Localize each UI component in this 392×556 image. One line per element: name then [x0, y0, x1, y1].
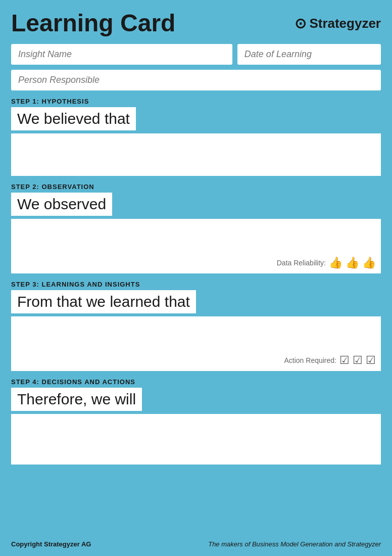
- logo-text: Strategyzer: [309, 16, 381, 31]
- logo: ⊙ Strategyzer: [295, 15, 381, 32]
- reliability-label: Data Reliability:: [277, 259, 326, 267]
- logo-icon: ⊙: [295, 15, 306, 32]
- thumb2-icon[interactable]: 👍: [346, 256, 359, 269]
- step2-label: STEP 2: OBSERVATION: [11, 183, 381, 191]
- page: Learning Card ⊙ Strategyzer STEP 1: HYPO…: [0, 0, 392, 556]
- step2-heading: We observed: [11, 193, 112, 216]
- step1-heading: We believed that: [11, 107, 136, 130]
- step4-heading: Therefore, we will: [11, 388, 142, 411]
- checkbox3-icon[interactable]: ☑: [366, 354, 376, 367]
- footer: Copyright Strategyzer AG The makers of B…: [11, 534, 381, 548]
- step2-block: STEP 2: OBSERVATION We observed Data Rel…: [11, 183, 381, 273]
- step3-textarea[interactable]: [11, 316, 381, 351]
- page-title: Learning Card: [11, 10, 175, 37]
- reliability-row: Data Reliability: 👍 👍 👍: [11, 253, 381, 273]
- step1-block: STEP 1: HYPOTHESIS We believed that: [11, 98, 381, 176]
- step3-heading: From that we learned that: [11, 290, 196, 313]
- step3-label: STEP 3: LEARNINGS AND INSIGHTS: [11, 281, 381, 288]
- footer-copyright: Copyright Strategyzer AG: [11, 540, 91, 548]
- checkbox2-icon[interactable]: ☑: [353, 354, 363, 367]
- insight-name-input[interactable]: [11, 44, 232, 65]
- step2-textarea[interactable]: [11, 219, 381, 253]
- step4-textarea[interactable]: [11, 414, 381, 465]
- date-of-learning-input[interactable]: [237, 44, 381, 65]
- step1-label: STEP 1: HYPOTHESIS: [11, 98, 381, 105]
- step4-block: STEP 4: DECISIONS AND ACTIONS Therefore,…: [11, 378, 381, 465]
- thumb1-icon[interactable]: 👍: [329, 256, 342, 269]
- step1-textarea[interactable]: [11, 133, 381, 176]
- step4-label: STEP 4: DECISIONS AND ACTIONS: [11, 378, 381, 386]
- thumb3-icon[interactable]: 👍: [362, 256, 376, 269]
- action-row: Action Required: ☑ ☑ ☑: [11, 351, 381, 371]
- top-input-row: [11, 44, 381, 65]
- footer-tagline: The makers of Business Model Generation …: [208, 540, 381, 548]
- checkbox1-icon[interactable]: ☑: [339, 354, 350, 367]
- action-label: Action Required:: [284, 356, 336, 364]
- step3-block: STEP 3: LEARNINGS AND INSIGHTS From that…: [11, 281, 381, 371]
- person-row: [11, 70, 381, 98]
- header: Learning Card ⊙ Strategyzer: [11, 10, 381, 37]
- person-responsible-input[interactable]: [11, 70, 381, 90]
